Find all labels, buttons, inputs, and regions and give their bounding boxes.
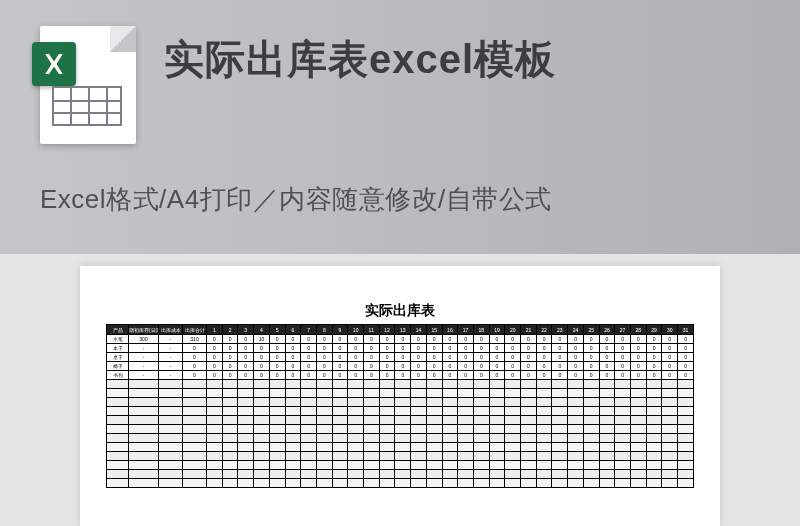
table-cell-empty <box>107 380 129 389</box>
table-cell-empty <box>521 398 537 407</box>
table-cell-empty <box>222 479 238 488</box>
table-cell-empty <box>364 407 380 416</box>
table-cell-day: 0 <box>630 344 646 353</box>
table-cell-empty <box>489 380 505 389</box>
table-cell-empty <box>254 434 270 443</box>
table-cell-empty <box>238 479 254 488</box>
table-cell-empty <box>238 443 254 452</box>
table-cell-day: 0 <box>521 353 537 362</box>
table-header-day: 16 <box>442 325 458 335</box>
table-cell-empty <box>583 425 599 434</box>
table-cell-day: 0 <box>426 335 442 344</box>
table-cell-empty <box>379 461 395 470</box>
table-cell-day: 0 <box>442 371 458 380</box>
table-cell-day: 0 <box>395 335 411 344</box>
table-cell-empty <box>183 452 207 461</box>
table-cell-empty <box>183 389 207 398</box>
table-cell-empty <box>364 443 380 452</box>
table-cell-empty <box>489 407 505 416</box>
table-cell: - <box>159 371 183 380</box>
table-cell-empty <box>599 452 615 461</box>
table-cell-empty <box>364 434 380 443</box>
table-cell-empty <box>395 452 411 461</box>
table-cell-empty <box>599 416 615 425</box>
table-cell-empty <box>395 389 411 398</box>
table-cell-empty <box>442 425 458 434</box>
table-cell-day: 0 <box>662 362 678 371</box>
table-cell-day: 0 <box>269 353 285 362</box>
table-cell-empty <box>332 479 348 488</box>
table-cell-empty <box>129 470 159 479</box>
table-cell-empty <box>316 443 332 452</box>
table-cell-empty <box>521 407 537 416</box>
table-cell-empty <box>107 407 129 416</box>
table-cell-empty <box>615 443 631 452</box>
table-cell-empty <box>662 389 678 398</box>
table-header-cell: 产品 <box>107 325 129 335</box>
table-cell-empty <box>159 425 183 434</box>
table-cell-empty <box>183 479 207 488</box>
table-cell-day: 0 <box>254 371 270 380</box>
table-cell-empty <box>379 443 395 452</box>
table-row-empty <box>107 398 694 407</box>
table-cell-empty <box>568 425 584 434</box>
table-cell-empty <box>662 407 678 416</box>
table-cell-empty <box>646 443 662 452</box>
table-cell-empty <box>107 398 129 407</box>
table-cell-empty <box>411 407 427 416</box>
table-cell-day: 0 <box>348 335 364 344</box>
page-subtitle: Excel格式/A4打印／内容随意修改/自带公式 <box>40 182 760 217</box>
table-cell-empty <box>254 407 270 416</box>
table-cell: 0 <box>183 362 207 371</box>
table-cell: - <box>129 344 159 353</box>
table-cell-empty <box>395 407 411 416</box>
table-cell-empty <box>662 416 678 425</box>
table-header-day: 31 <box>678 325 694 335</box>
table-header-day: 11 <box>364 325 380 335</box>
table-cell-empty <box>505 452 521 461</box>
table-header-day: 13 <box>395 325 411 335</box>
table-cell-empty <box>411 479 427 488</box>
table-cell-day: 0 <box>348 362 364 371</box>
table-cell-empty <box>379 479 395 488</box>
table-cell-day: 0 <box>364 353 380 362</box>
table-cell: - <box>159 344 183 353</box>
table-cell-empty <box>107 425 129 434</box>
table-cell-empty <box>521 416 537 425</box>
table-cell-day: 0 <box>285 335 301 344</box>
table-cell-empty <box>536 452 552 461</box>
table-cell-empty <box>552 470 568 479</box>
table-row-empty <box>107 452 694 461</box>
table-row: 水笔300-3100001000000000000000000000000000… <box>107 335 694 344</box>
table-cell-empty <box>254 398 270 407</box>
table-cell-empty <box>183 380 207 389</box>
table-cell-empty <box>599 425 615 434</box>
table-cell-empty <box>473 425 489 434</box>
table-cell-empty <box>129 398 159 407</box>
table-cell-empty <box>332 416 348 425</box>
table-cell-empty <box>395 380 411 389</box>
table-cell-day: 0 <box>473 344 489 353</box>
table-cell-empty <box>583 461 599 470</box>
table-cell-empty <box>207 443 223 452</box>
table-cell: 书包 <box>107 371 129 380</box>
table-cell-day: 0 <box>599 371 615 380</box>
table-cell-empty <box>129 416 159 425</box>
table-cell-day: 0 <box>364 371 380 380</box>
table-cell-day: 0 <box>630 371 646 380</box>
table-cell-empty <box>222 461 238 470</box>
table-cell-day: 0 <box>316 335 332 344</box>
table-cell-day: 0 <box>426 371 442 380</box>
table-cell-empty <box>254 443 270 452</box>
table-cell-empty <box>269 479 285 488</box>
table-cell-empty <box>630 398 646 407</box>
table-cell-day: 0 <box>552 371 568 380</box>
table-cell-empty <box>662 461 678 470</box>
table-cell-day: 0 <box>646 362 662 371</box>
table-cell-empty <box>630 425 646 434</box>
table-cell-empty <box>411 461 427 470</box>
table-cell-empty <box>678 470 694 479</box>
table-cell-empty <box>269 470 285 479</box>
table-cell-day: 0 <box>552 353 568 362</box>
table-cell-empty <box>458 389 474 398</box>
